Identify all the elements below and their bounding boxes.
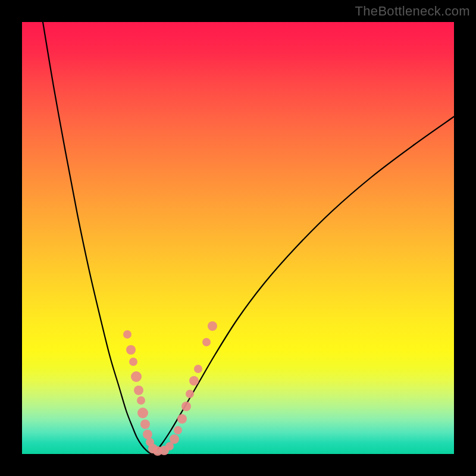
- chart-frame: TheBottleneck.com: [0, 0, 476, 476]
- watermark-text: TheBottleneck.com: [355, 4, 470, 19]
- plot-area: [22, 22, 454, 454]
